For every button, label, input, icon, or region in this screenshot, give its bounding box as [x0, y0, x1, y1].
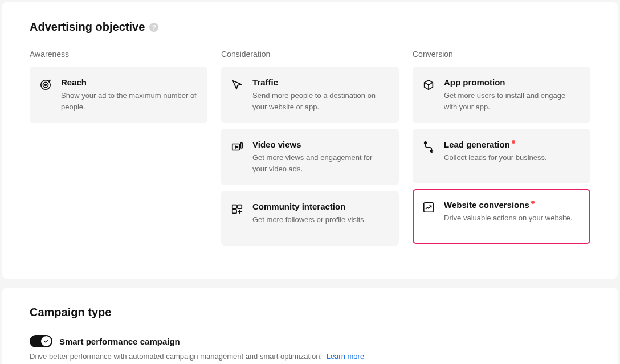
- card-title: Video views: [252, 140, 301, 149]
- column-header-conversion: Conversion: [413, 50, 590, 59]
- card-body: Community interaction Get more followers…: [252, 202, 388, 235]
- card-body: Website conversions Drive valuable actio…: [444, 200, 580, 233]
- video-icon: [231, 141, 243, 153]
- target-icon: [39, 79, 52, 91]
- card-desc: Get more followers or profile visits.: [252, 214, 388, 226]
- column-conversion: Conversion App promotion Get more users …: [413, 50, 590, 251]
- objective-card-reach[interactable]: Reach Show your ad to the maximum number…: [30, 67, 207, 123]
- cube-icon: [422, 79, 435, 91]
- trend-up-icon: [422, 201, 435, 214]
- objective-columns: Awareness Reach Show your ad to the maxi…: [30, 50, 590, 251]
- objective-card-app-promotion[interactable]: App promotion Get more users to install …: [413, 67, 590, 123]
- smart-campaign-toggle-row: Smart performance campaign: [30, 335, 590, 347]
- card-desc: Send more people to a destination on you…: [252, 90, 388, 112]
- section-title-text: Advertising objective: [30, 21, 145, 34]
- section-title-objective: Advertising objective ?: [30, 21, 590, 34]
- card-title: Lead generation: [444, 140, 510, 149]
- card-body: Lead generation Collect leads for your b…: [444, 140, 580, 173]
- card-title: Reach: [61, 77, 87, 87]
- svg-rect-6: [238, 205, 242, 208]
- svg-rect-4: [240, 143, 242, 148]
- funnel-path-icon: [422, 141, 435, 153]
- card-desc: Get more views and engagement for your v…: [252, 152, 388, 174]
- objective-card-lead-generation[interactable]: Lead generation Collect leads for your b…: [413, 129, 590, 183]
- objective-card-community[interactable]: Community interaction Get more followers…: [221, 191, 399, 246]
- smart-campaign-toggle[interactable]: [30, 335, 52, 347]
- campaign-type-panel: Campaign type Smart performance campaign…: [2, 288, 618, 364]
- card-desc: Show your ad to the maximum number of pe…: [61, 90, 197, 112]
- toggle-knob: [41, 336, 51, 346]
- advertising-objective-panel: Advertising objective ? Awareness Reach …: [2, 2, 618, 279]
- column-header-consideration: Consideration: [221, 50, 399, 59]
- card-title: Community interaction: [252, 202, 345, 211]
- svg-rect-5: [232, 205, 236, 208]
- card-body: Video views Get more views and engagemen…: [252, 140, 388, 174]
- card-body: App promotion Get more users to install …: [444, 77, 580, 112]
- card-title: Website conversions: [444, 200, 529, 210]
- card-title: Traffic: [252, 77, 278, 87]
- toggle-description-text: Drive better performance with automated …: [30, 352, 322, 361]
- svg-rect-10: [424, 203, 434, 212]
- column-header-awareness: Awareness: [30, 50, 207, 59]
- column-consideration: Consideration Traffic Send more people t…: [221, 50, 399, 251]
- learn-more-link[interactable]: Learn more: [327, 352, 364, 361]
- column-awareness: Awareness Reach Show your ad to the maxi…: [30, 50, 207, 251]
- cursor-icon: [231, 79, 243, 91]
- card-desc: Get more users to install and engage wit…: [444, 90, 580, 112]
- toggle-description: Drive better performance with automated …: [30, 352, 590, 361]
- card-title: App promotion: [444, 77, 505, 87]
- card-body: Reach Show your ad to the maximum number…: [61, 77, 197, 112]
- card-body: Traffic Send more people to a destinatio…: [252, 77, 388, 112]
- svg-rect-7: [232, 210, 236, 213]
- card-desc: Collect leads for your business.: [444, 152, 580, 163]
- objective-card-video-views[interactable]: Video views Get more views and engagemen…: [221, 129, 399, 185]
- toggle-label: Smart performance campaign: [59, 337, 180, 346]
- section-title-campaign-type: Campaign type: [30, 306, 590, 319]
- community-icon: [231, 203, 243, 215]
- objective-card-website-conversions[interactable]: Website conversions Drive valuable actio…: [413, 189, 590, 244]
- help-icon[interactable]: ?: [149, 23, 158, 32]
- section-title-text: Campaign type: [30, 306, 111, 319]
- objective-card-traffic[interactable]: Traffic Send more people to a destinatio…: [221, 67, 399, 123]
- svg-point-2: [45, 84, 47, 86]
- card-desc: Drive valuable actions on your website.: [444, 212, 580, 224]
